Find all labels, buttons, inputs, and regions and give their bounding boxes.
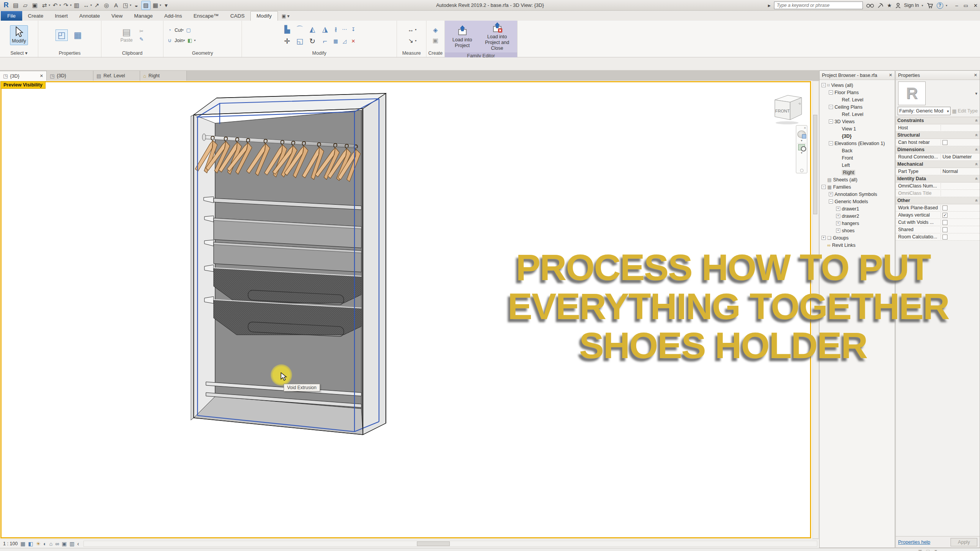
tab-add-ins[interactable]: Add-Ins [158, 11, 188, 21]
properties-palette-button[interactable]: ◰ [56, 29, 68, 41]
room-calculation-point-checkbox[interactable] [942, 235, 947, 240]
view-tab-right[interactable]: ⌂ Right [140, 71, 187, 81]
drawing-area[interactable]: Preview Visibility [0, 81, 812, 539]
tree-expander[interactable]: + [822, 236, 826, 240]
close-button[interactable]: ✕ [973, 3, 978, 8]
text-icon[interactable]: A [111, 1, 121, 10]
panel-label-geometry[interactable]: Geometry [163, 50, 242, 57]
property-row-omniclass-number[interactable]: OmniClass Num... [896, 183, 980, 190]
sun-path-icon[interactable]: ☀ [36, 541, 41, 547]
group-mechanical[interactable]: Mechanical« [896, 161, 980, 168]
navigation-bar[interactable]: ✕ ▾ ▾ [796, 125, 807, 173]
tree-expander[interactable]: − [829, 105, 833, 109]
navbar-options-icon[interactable] [800, 169, 804, 172]
panel-label-create[interactable]: Create [426, 50, 444, 57]
thin-lines-icon[interactable]: ▨ [141, 1, 150, 10]
measure2-dropdown-icon[interactable]: ▾ [415, 39, 416, 42]
collapse-group-icon[interactable]: « [974, 163, 980, 166]
group-identity-data[interactable]: Identity Data« [896, 175, 980, 183]
minimize-button[interactable]: – [956, 3, 958, 8]
tree-item-generic-models[interactable]: −Generic Models [820, 198, 895, 205]
tree-expander[interactable]: + [836, 228, 840, 233]
measure-between-refs-icon[interactable]: ↘ [407, 37, 415, 44]
section-icon[interactable]: ◒ [132, 1, 141, 10]
tab-file[interactable]: File [1, 11, 22, 21]
cut-to-clipboard-icon[interactable]: ✂ [137, 28, 145, 35]
tree-item-groups[interactable]: +❏Groups [820, 234, 895, 241]
tree-expander[interactable]: − [829, 199, 833, 204]
properties-help-link[interactable]: Properties help [898, 540, 930, 545]
temporary-view-properties-icon[interactable]: ▥ [69, 541, 74, 547]
help-icon[interactable]: ? [937, 2, 943, 9]
open-icon[interactable]: ▱ [21, 1, 30, 10]
tab-manage[interactable]: Manage [128, 11, 158, 21]
viewcube[interactable]: FRONT [771, 91, 805, 125]
cut-geometry-icon[interactable]: ◔ [165, 26, 174, 34]
tree-item-front[interactable]: Front [820, 154, 895, 161]
property-row-shared[interactable]: Shared [896, 226, 980, 233]
tree-item-3d[interactable]: {3D} [820, 132, 895, 140]
navbar-close-icon[interactable]: ✕ [804, 126, 806, 130]
close-view-tab-icon[interactable]: ✕ [40, 73, 43, 78]
revit-logo-icon[interactable]: R [2, 1, 11, 10]
property-row-host[interactable]: Host [896, 124, 980, 132]
preview-dropdown-icon[interactable]: ▾ [975, 91, 977, 96]
switch-windows-dropdown-icon[interactable]: ▾ [160, 3, 161, 7]
tree-item-ref-level[interactable]: Ref. Level [820, 111, 895, 118]
always-vertical-checkbox[interactable]: ✓ [942, 213, 947, 218]
tree-item-hangers[interactable]: +hangers [820, 220, 895, 227]
3d-view-dropdown-icon[interactable]: ▾ [130, 3, 131, 7]
crop-view-icon[interactable]: ▣ [62, 541, 67, 547]
save-icon[interactable]: ▣ [30, 1, 39, 10]
modify-button[interactable]: Modify [10, 25, 28, 45]
tree-expander[interactable]: + [836, 207, 840, 211]
tree-item-floor-plans[interactable]: −Floor Plans [820, 89, 895, 96]
tree-expander[interactable]: + [836, 221, 840, 225]
steering-wheel-icon[interactable] [797, 130, 806, 138]
tree-expander[interactable]: − [829, 90, 833, 95]
panel-label-select[interactable]: Select ▾ [0, 50, 38, 57]
group-structural[interactable]: Structural« [896, 132, 980, 139]
view-tab-3d-active[interactable]: ◳ {3D} ✕ [0, 71, 47, 81]
group-other[interactable]: Other« [896, 197, 980, 204]
tree-item-back[interactable]: Back [820, 147, 895, 154]
app-store-cart-icon[interactable] [927, 3, 933, 8]
default-3d-view-icon[interactable]: ◳ [121, 1, 130, 10]
tree-item-drawer1[interactable]: +drawer1 [820, 205, 895, 212]
tree-item-ref-level[interactable]: Ref. Level [820, 96, 895, 103]
collapse-group-icon[interactable]: « [974, 199, 980, 202]
tab-annotate[interactable]: Annotate [74, 11, 106, 21]
properties-close-icon[interactable]: ✕ [974, 73, 977, 78]
paint-icon[interactable]: ◧ [186, 37, 194, 44]
property-row-cut-with-voids[interactable]: Cut with Voids ... [896, 219, 980, 226]
tree-item-ceiling-plans[interactable]: −Ceiling Plans [820, 103, 895, 111]
tree-item-elevations[interactable]: −Elevations (Elevation 1) [820, 140, 895, 147]
tab-enscape[interactable]: Enscape™ [188, 11, 224, 21]
tab-cads[interactable]: CADS [225, 11, 251, 21]
sync-dropdown-icon[interactable]: ▾ [49, 3, 50, 7]
navbar-zoom-dropdown-icon[interactable]: ▾ [801, 151, 802, 155]
mirror-draw-axis-icon[interactable]: ◮ [319, 24, 331, 35]
panel-label-measure[interactable]: Measure [397, 50, 426, 57]
measure-line-icon[interactable]: ↔ [407, 26, 415, 33]
load-into-project-and-close-button[interactable]: Load into Project and Close [480, 22, 515, 51]
horizontal-scrollbar[interactable] [83, 541, 817, 547]
tag-by-category-icon[interactable]: ◎ [102, 1, 111, 10]
join-dropdown-icon[interactable]: ▾ [183, 39, 185, 42]
tab-view[interactable]: View [106, 11, 128, 21]
tree-item-shoes[interactable]: +shoes [820, 227, 895, 234]
offset-icon[interactable]: ⌒ [294, 24, 306, 35]
tree-item-revit-links[interactable]: ∞Revit Links [820, 241, 895, 249]
apply-button[interactable]: Apply [951, 538, 977, 546]
tree-item-views-all[interactable]: −⌑Views (all) [820, 82, 895, 89]
user-icon[interactable] [895, 3, 901, 8]
tab-modify[interactable]: Modify [250, 11, 278, 21]
expand-search-icon[interactable]: ▸ [768, 2, 771, 8]
create-similar-icon[interactable]: ◈ [431, 26, 440, 34]
view-tab-3d[interactable]: ◳ {3D} [47, 71, 93, 81]
collapse-group-icon[interactable]: « [974, 178, 980, 180]
view-tab-ref-level[interactable]: ▤ Ref. Level [93, 71, 140, 81]
mirror-pick-axis-icon[interactable]: ◭ [306, 24, 318, 35]
tree-item-sheets-all[interactable]: ▤Sheets (all) [820, 176, 895, 183]
project-browser-close-icon[interactable]: ✕ [889, 73, 892, 78]
